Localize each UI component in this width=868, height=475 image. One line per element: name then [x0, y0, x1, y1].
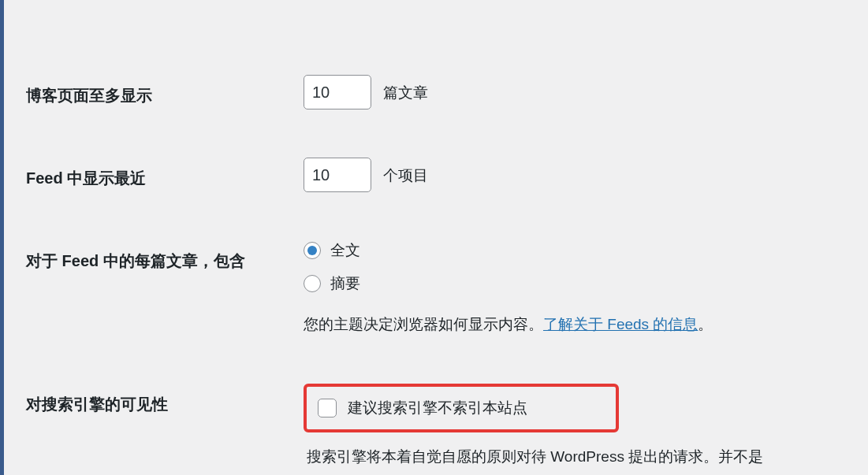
posts-per-rss-label: Feed 中显示最近 [26, 161, 288, 189]
posts-per-page-suffix: 篇文章 [383, 84, 428, 101]
posts-per-rss-input[interactable] [304, 158, 371, 192]
rss-excerpt-label: 对于 Feed 中的每篇文章，包含 [26, 244, 288, 272]
search-visibility-checkbox[interactable] [318, 399, 337, 417]
rss-full-label[interactable]: 全文 [304, 240, 860, 261]
feeds-info-link[interactable]: 了解关于 Feeds 的信息 [543, 316, 698, 332]
search-visibility-label: 对搜索引擎的可见性 [26, 388, 288, 415]
posts-per-rss-row: Feed 中显示最近 个项目 [4, 146, 868, 205]
rss-excerpt-row: 对于 Feed 中的每篇文章，包含 全文 摘要 您的主 [4, 228, 868, 348]
search-visibility-row: 对搜索引擎的可见性 建议搜索引擎不索引本站点 搜索引擎将本着自觉自愿的原则对待 … [4, 372, 868, 475]
search-visibility-highlight: 建议搜索引擎不索引本站点 [304, 384, 619, 432]
rss-full-radio[interactable] [304, 242, 321, 259]
posts-per-page-input[interactable] [304, 75, 371, 109]
settings-form-table: 博客页面至多显示 篇文章 Feed 中显示最近 个项目 [4, 63, 868, 475]
rss-summary-text: 摘要 [330, 273, 360, 294]
search-visibility-checkbox-label: 建议搜索引擎不索引本站点 [348, 398, 527, 418]
posts-per-page-row: 博客页面至多显示 篇文章 [4, 63, 868, 122]
rss-excerpt-radio-group: 全文 摘要 [304, 240, 860, 294]
rss-description-suffix: 。 [698, 316, 713, 332]
search-visibility-description: 搜索引擎将本着自觉自愿的原则对待 WordPress 提出的请求。并不是 [304, 445, 860, 469]
rss-excerpt-description: 您的主题决定浏览器如何显示内容。了解关于 Feeds 的信息。 [304, 313, 860, 336]
posts-per-rss-suffix: 个项目 [383, 167, 428, 184]
posts-per-page-label: 博客页面至多显示 [26, 79, 288, 106]
rss-summary-radio[interactable] [304, 275, 321, 292]
rss-description-prefix: 您的主题决定浏览器如何显示内容。 [304, 316, 543, 332]
rss-full-text: 全文 [330, 240, 360, 261]
rss-summary-label[interactable]: 摘要 [304, 273, 860, 294]
